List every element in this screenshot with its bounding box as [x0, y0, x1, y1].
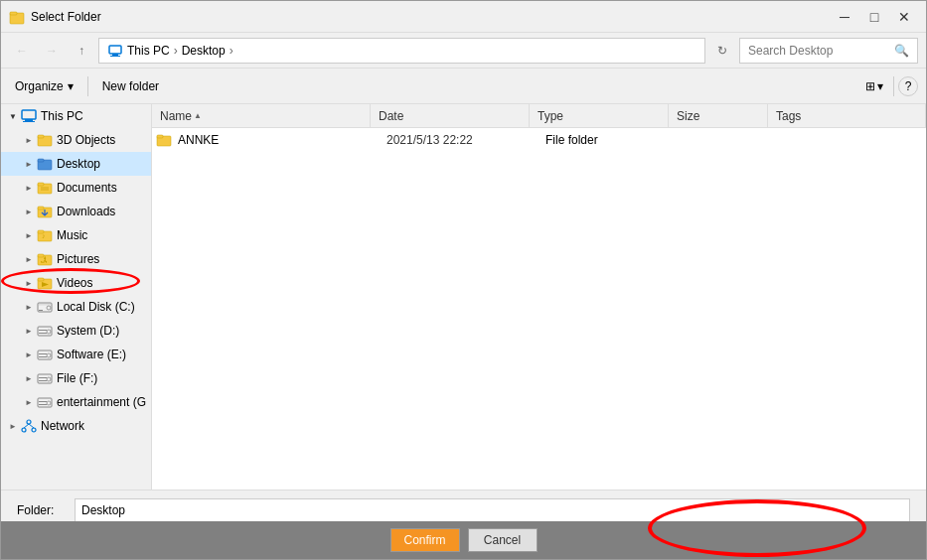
- organize-arrow: ▾: [68, 79, 74, 93]
- refresh-button[interactable]: ↻: [709, 38, 735, 64]
- expand-icon-local-c: ►: [21, 299, 37, 315]
- file-name-annke: ANNKE: [178, 133, 386, 147]
- sidebar: ▼ This PC ► 3D Objects ►: [1, 104, 152, 490]
- sidebar-label-file-f: File (F:): [57, 371, 97, 385]
- expand-icon-pictures: ►: [21, 251, 37, 267]
- sidebar-item-file-f[interactable]: ► File (F:): [1, 366, 151, 390]
- svg-rect-37: [39, 353, 47, 354]
- svg-rect-28: [39, 304, 51, 306]
- maximize-button[interactable]: □: [860, 7, 888, 27]
- help-button[interactable]: ?: [898, 76, 918, 96]
- cancel-bg-button[interactable]: Cancel: [468, 528, 538, 552]
- new-folder-button[interactable]: New folder: [96, 73, 165, 99]
- sidebar-item-pictures[interactable]: ► 🏞 Pictures: [1, 247, 151, 271]
- expand-icon-network: ►: [5, 418, 21, 434]
- sidebar-item-network[interactable]: ► Network: [1, 414, 151, 438]
- svg-rect-45: [39, 401, 47, 402]
- svg-rect-38: [39, 356, 47, 357]
- file-date-annke: 2021/5/13 22:22: [386, 133, 545, 147]
- sidebar-item-system-d[interactable]: ► System (D:): [1, 319, 151, 343]
- up-button[interactable]: ↑: [69, 38, 94, 64]
- sidebar-label-pictures: Pictures: [57, 252, 99, 266]
- sidebar-item-this-pc[interactable]: ▼ This PC: [1, 104, 151, 128]
- view-icon: ⊞: [865, 79, 875, 93]
- svg-rect-46: [39, 404, 47, 405]
- svg-line-50: [24, 424, 29, 428]
- sidebar-item-videos[interactable]: ► Videos: [1, 271, 151, 295]
- file-row-annke[interactable]: ANNKE 2021/5/13 22:22 File folder: [152, 128, 926, 152]
- help-icon: ?: [905, 79, 912, 93]
- folder-input[interactable]: [75, 498, 910, 522]
- drive-f-icon: [37, 370, 53, 386]
- window-controls: ─ □ ✕: [831, 7, 918, 27]
- column-header: Name ▲ Date Type Size Tags: [152, 104, 926, 128]
- svg-rect-43: [38, 398, 52, 407]
- sidebar-label-entertainment: entertainment (G: [57, 395, 146, 409]
- sidebar-label-3d-objects: 3D Objects: [57, 133, 115, 147]
- col-header-tags[interactable]: Tags: [768, 104, 926, 127]
- expand-icon-software-e: ►: [21, 347, 37, 362]
- expand-icon-3d-objects: ►: [21, 132, 37, 148]
- col-header-type[interactable]: Type: [530, 104, 669, 127]
- expand-icon-desktop: ►: [21, 156, 37, 172]
- file-folder-icon: [156, 132, 172, 148]
- pc-icon: [21, 108, 37, 124]
- drive-e-icon: [37, 347, 53, 362]
- svg-rect-7: [23, 121, 35, 122]
- path-part-2: Desktop: [182, 44, 226, 58]
- sidebar-item-3d-objects[interactable]: ► 3D Objects: [1, 128, 151, 152]
- svg-rect-41: [39, 377, 47, 378]
- sidebar-item-desktop[interactable]: ► Desktop: [1, 152, 151, 176]
- select-folder-dialog: Select Folder ─ □ ✕ ← → ↑ This PC › Desk…: [0, 0, 927, 560]
- svg-rect-30: [39, 310, 43, 311]
- view-button[interactable]: ⊞ ▾: [859, 73, 889, 99]
- sidebar-item-local-c[interactable]: ► Local Disk (C:): [1, 295, 151, 319]
- sidebar-item-software-e[interactable]: ► Software (E:): [1, 343, 151, 366]
- folder-label: Folder:: [17, 503, 67, 517]
- svg-text:🏞: 🏞: [41, 256, 48, 263]
- col-header-date[interactable]: Date: [371, 104, 530, 127]
- confirm-bg-button[interactable]: Confirm: [390, 528, 460, 552]
- minimize-button[interactable]: ─: [831, 7, 858, 27]
- background-overlay: Confirm Cancel: [1, 521, 926, 559]
- close-button[interactable]: ✕: [890, 7, 918, 27]
- sidebar-item-downloads[interactable]: ► Downloads: [1, 200, 151, 223]
- svg-rect-11: [38, 159, 44, 162]
- expand-icon-file-f: ►: [21, 370, 37, 386]
- forward-button[interactable]: →: [39, 38, 65, 64]
- svg-rect-6: [25, 119, 33, 121]
- sidebar-item-documents[interactable]: ► Documents: [1, 176, 151, 200]
- organize-button[interactable]: Organize ▾: [9, 73, 79, 99]
- svg-point-48: [22, 428, 26, 432]
- folder-documents-icon: [37, 180, 53, 196]
- expand-icon-music: ►: [21, 227, 37, 243]
- svg-rect-5: [22, 110, 36, 119]
- svg-rect-31: [38, 327, 52, 336]
- sidebar-label-music: Music: [57, 228, 87, 242]
- sidebar-item-entertainment[interactable]: ► entertainment (G: [1, 390, 151, 414]
- svg-rect-9: [38, 135, 44, 138]
- back-button[interactable]: ←: [9, 38, 35, 64]
- svg-rect-35: [38, 350, 52, 359]
- sidebar-label-this-pc: This PC: [41, 109, 83, 123]
- svg-point-49: [32, 428, 36, 432]
- folder-videos-icon: [37, 275, 53, 291]
- sidebar-label-videos: Videos: [57, 276, 92, 290]
- col-date-label: Date: [379, 109, 403, 123]
- address-path[interactable]: This PC › Desktop ›: [98, 38, 705, 64]
- drive-d-icon: [37, 323, 53, 339]
- organize-label: Organize: [15, 79, 64, 93]
- svg-rect-1: [10, 12, 17, 15]
- toolbar-separator: [87, 76, 88, 96]
- col-header-size[interactable]: Size: [669, 104, 768, 127]
- svg-rect-2: [109, 46, 121, 54]
- search-input[interactable]: [748, 44, 894, 58]
- dialog-icon: [9, 9, 25, 25]
- drive-c-icon: [37, 299, 53, 315]
- expand-icon-downloads: ►: [21, 204, 37, 219]
- sidebar-item-music[interactable]: ► ♪ Music: [1, 223, 151, 247]
- folder-3d-icon: [37, 132, 53, 148]
- svg-rect-25: [38, 278, 44, 281]
- col-header-name[interactable]: Name ▲: [152, 104, 371, 127]
- search-box[interactable]: 🔍: [739, 38, 918, 64]
